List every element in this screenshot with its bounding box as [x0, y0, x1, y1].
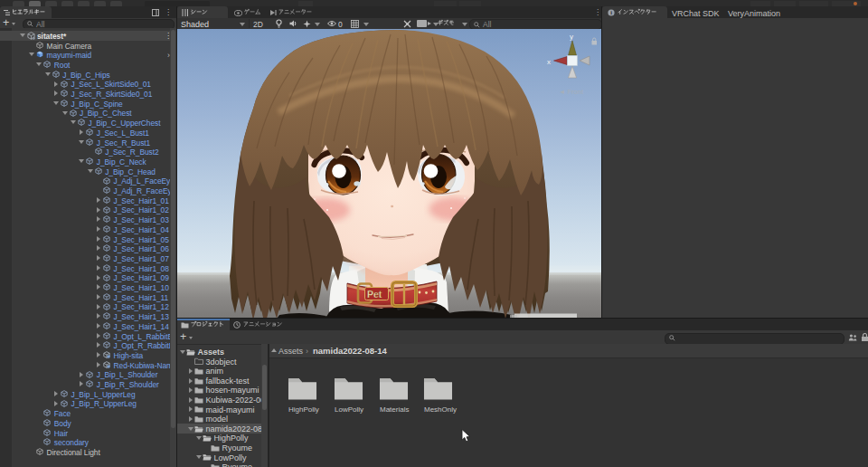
svg-text:◄ Front: ◄ Front [559, 88, 584, 96]
svg-text:x: x [547, 58, 551, 66]
svg-text:Pet: Pet [367, 289, 382, 300]
svg-text:y: y [570, 33, 573, 41]
